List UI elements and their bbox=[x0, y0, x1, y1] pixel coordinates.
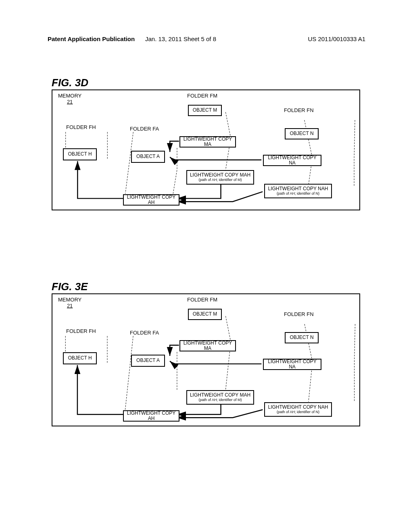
lc-mah-box: LIGHTWEIGHT COPY MAH (path of AH; identi… bbox=[186, 170, 254, 185]
memory-label-e: MEMORY 21 bbox=[58, 297, 81, 309]
lc-ah-text: LIGHTWEIGHT COPY AH bbox=[125, 195, 177, 205]
folder-fm-label: FOLDER FM bbox=[186, 93, 218, 99]
fig-3d-diagram: MEMORY 21 FOLDER FH OBJECT H FOLDER FA O… bbox=[52, 89, 360, 210]
lc-ma-box: LIGHTWEIGHT COPY MA bbox=[179, 136, 236, 148]
memory-num-e: 21 bbox=[58, 303, 81, 309]
memory-label: MEMORY 21 bbox=[58, 93, 81, 105]
memory-num: 21 bbox=[58, 99, 81, 105]
object-a-text: OBJECT A bbox=[136, 154, 160, 159]
page-header: Patent Application Publication Jan. 13, … bbox=[0, 35, 413, 42]
object-a-box-e: OBJECT A bbox=[131, 355, 165, 367]
lc-na-text-e: LIGHTWEIGHT COPY NA bbox=[265, 359, 319, 370]
lc-ah-box-e: LIGHTWEIGHT COPY AH bbox=[123, 410, 179, 422]
lc-na-box-e: LIGHTWEIGHT COPY NA bbox=[263, 359, 321, 370]
lc-na-text: LIGHTWEIGHT COPY NA bbox=[265, 155, 319, 166]
lc-mah-sub: (path of AH; identifier of M) bbox=[198, 178, 242, 182]
object-h-box: OBJECT H bbox=[63, 148, 97, 160]
header-right: US 2011/0010333 A1 bbox=[308, 35, 365, 42]
fig-3d-label: FIG. 3D bbox=[52, 77, 88, 89]
folder-fm-label-e: FOLDER FM bbox=[186, 297, 218, 303]
object-a-box: OBJECT A bbox=[131, 151, 165, 163]
lc-ma-text-e: LIGHTWEIGHT COPY MA bbox=[182, 341, 234, 351]
object-h-box-e: OBJECT H bbox=[63, 352, 97, 364]
lc-mah-text: LIGHTWEIGHT COPY MAH bbox=[190, 172, 250, 178]
folder-fn-label-e: FOLDER FN bbox=[283, 311, 315, 317]
object-m-text: OBJECT M bbox=[193, 108, 217, 113]
lc-nah-box: LIGHTWEIGHT COPY NAH (path of AH; identi… bbox=[264, 184, 332, 198]
lc-nah-sub-e: (path of AH; identifier of N) bbox=[277, 410, 319, 414]
folder-fn-label: FOLDER FN bbox=[283, 107, 315, 113]
lc-nah-text-e: LIGHTWEIGHT COPY NAH bbox=[268, 405, 328, 410]
lc-nah-text: LIGHTWEIGHT COPY NAH bbox=[268, 186, 328, 191]
lc-mah-text-e: LIGHTWEIGHT COPY MAH bbox=[190, 393, 250, 398]
object-n-box: OBJECT N bbox=[285, 128, 319, 139]
object-n-text: OBJECT N bbox=[290, 131, 313, 136]
header-left: Patent Application Publication bbox=[48, 35, 135, 42]
header-center: Jan. 13, 2011 Sheet 5 of 8 bbox=[145, 35, 216, 42]
lc-nah-box-e: LIGHTWEIGHT COPY NAH (path of AH; identi… bbox=[264, 402, 332, 417]
object-a-text-e: OBJECT A bbox=[136, 358, 160, 363]
object-h-text-e: OBJECT H bbox=[68, 355, 92, 361]
fig-3e-label: FIG. 3E bbox=[52, 281, 88, 293]
lc-ah-text-e: LIGHTWEIGHT COPY AH bbox=[125, 411, 177, 421]
folder-fa-label: FOLDER FA bbox=[129, 126, 160, 132]
memory-text: MEMORY bbox=[58, 93, 81, 99]
fig-3e-diagram: MEMORY 21 FOLDER FH OBJECT H FOLDER FA O… bbox=[52, 293, 360, 426]
lc-ma-text: LIGHTWEIGHT COPY MA bbox=[182, 137, 234, 147]
lc-ah-box: LIGHTWEIGHT COPY AH bbox=[123, 194, 179, 206]
folder-fa-label-e: FOLDER FA bbox=[129, 330, 160, 336]
lc-mah-box-e: LIGHTWEIGHT COPY MAH (path of AH; identi… bbox=[186, 390, 254, 405]
object-n-text-e: OBJECT N bbox=[290, 335, 313, 340]
memory-text-e: MEMORY bbox=[58, 297, 81, 303]
object-n-box-e: OBJECT N bbox=[285, 332, 319, 343]
folder-fh-label: FOLDER FH bbox=[65, 124, 97, 130]
lc-ma-box-e: LIGHTWEIGHT COPY MA bbox=[179, 340, 236, 351]
object-m-box: OBJECT M bbox=[188, 105, 222, 116]
lc-mah-sub-e: (path of AH; identifier of M) bbox=[198, 398, 242, 402]
object-h-text: OBJECT H bbox=[68, 152, 92, 157]
folder-fh-label-e: FOLDER FH bbox=[65, 328, 97, 334]
object-m-text-e: OBJECT M bbox=[193, 312, 217, 317]
lc-na-box: LIGHTWEIGHT COPY NA bbox=[263, 155, 321, 166]
object-m-box-e: OBJECT M bbox=[188, 309, 222, 320]
lc-nah-sub: (path of AH; identifier of N) bbox=[277, 192, 319, 196]
